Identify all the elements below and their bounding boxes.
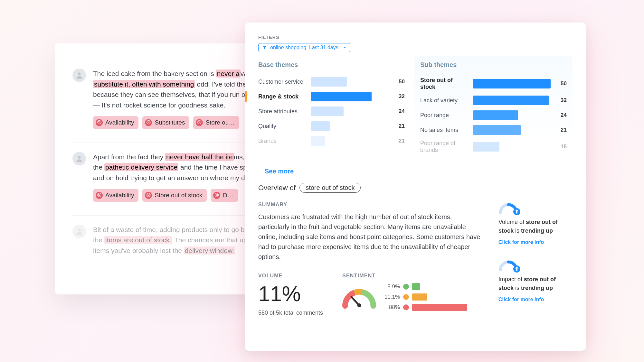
filter-value: online shopping, Last 31 days [270,45,338,51]
theme-bar [311,136,389,146]
theme-row[interactable]: Store attributes24 [258,104,405,119]
arrow-up-icon [513,208,520,215]
theme-value: 15 [555,144,567,150]
see-more-link[interactable]: See more [265,168,573,175]
overview-line: Overview of store out of stock [258,183,573,193]
sentiment-pct: 5.9% [384,283,400,290]
sentiment-row: 11.1% [384,293,467,301]
theme-value: 24 [393,108,405,115]
theme-name: Brands [258,138,307,144]
frown-icon: ☹ [145,192,152,199]
frown-icon: ☹ [145,119,152,126]
theme-name: Quality [258,123,307,130]
theme-row[interactable]: Lack of variety32 [420,93,567,108]
theme-bar [311,107,389,116]
trend-text: Impact of store out of stock is trending… [498,275,573,292]
filter-dropdown[interactable]: online shopping, Last 31 days [258,43,350,52]
tag-label: Store ou… [205,118,235,127]
theme-name: Lack of variety [420,97,469,104]
avatar [72,69,86,82]
summary-text: Customers are frustrated with the high n… [258,212,482,262]
avatar [72,225,86,238]
sentiment-bar [412,283,420,290]
trend-block: Impact of store out of stock is trending… [498,259,573,303]
theme-row[interactable]: Store out of stock50 [420,74,567,93]
sentiment-block: SENTIMENT 5.9%11.1%88% [342,273,467,316]
volume-block: VOLUME 11% 580 of 5k total comments [258,273,323,316]
sentiment-row: 88% [384,304,467,311]
analysis-panel: FILTERS online shopping, Last 31 days Ba… [245,23,586,351]
volume-sub: 580 of 5k total comments [258,310,323,316]
theme-name: No sales items [420,127,469,134]
frown-icon: ☹ [96,192,103,199]
overview-prefix: Overview of [258,184,296,192]
theme-value: 21 [555,127,567,133]
active-marker [245,91,247,102]
trend-text: Volume of store out of stock is trending… [498,218,573,235]
sentiment-bar [412,293,427,301]
chevron-down-icon [343,46,347,50]
frown-icon: ☹ [213,192,220,199]
theme-bar [473,96,551,105]
filters-label: FILTERS [258,35,573,40]
sentiment-pct: 88% [384,304,400,311]
sentiment-row: 5.9% [384,283,467,290]
frown-icon: ☹ [96,119,103,126]
theme-row[interactable]: Quality21 [258,119,405,134]
theme-name: Store attributes [258,108,307,115]
theme-row[interactable]: Range & stock32 [258,89,405,104]
theme-value: 50 [555,80,567,87]
sub-themes-title: Sub themes [420,61,567,69]
theme-name: Store out of stock [420,77,469,90]
sentiment-heading: SENTIMENT [342,273,467,279]
theme-bar [473,110,551,120]
volume-heading: VOLUME [258,273,323,279]
theme-row[interactable]: Poor range24 [420,108,567,123]
theme-row[interactable]: Customer service50 [258,74,405,89]
theme-row[interactable]: Brands21 [258,134,405,148]
sentiment-pct: 11.1% [384,294,400,300]
theme-bar [311,121,389,131]
sentiment-emoji-icon [403,304,409,310]
sentiment-tag[interactable]: ☹Availability [93,116,138,129]
theme-bar [473,125,551,135]
theme-bar [473,79,551,88]
arrow-up-icon [513,265,520,273]
trend-gauge-icon [498,259,518,271]
sentiment-tag[interactable]: ☹Store out of stock [142,189,207,201]
tag-label: Store out of stock [155,190,202,200]
theme-value: 50 [393,79,405,85]
trend-gauge-icon [498,202,518,214]
theme-row[interactable]: Poor range of brands15 [420,137,567,156]
sentiment-emoji-icon [403,284,409,290]
filter-icon [262,45,267,50]
trend-more-link[interactable]: Click for more info [498,238,573,246]
sentiment-tag[interactable]: ☹Store ou… [193,116,239,129]
theme-name: Poor range [420,112,469,119]
theme-row[interactable]: No sales items21 [420,123,567,137]
svg-point-2 [78,228,81,231]
base-themes-title: Base themes [258,61,405,69]
theme-name: Range & stock [258,93,307,100]
sentiment-tag[interactable]: ☹Availability [93,189,138,201]
base-themes-column: Base themes Customer service50Range & st… [258,61,405,159]
volume-value: 11% [258,283,323,304]
tag-label: Availability [105,118,134,127]
overview-chip[interactable]: store out of stock [299,183,361,193]
tag-label: Substitutes [155,118,185,127]
theme-value: 24 [555,112,567,118]
trend-block: Volume of store out of stock is trending… [498,202,573,246]
sentiment-tag[interactable]: ☹Substitutes [142,116,189,129]
svg-line-4 [351,297,359,305]
theme-bar [311,77,389,87]
svg-point-0 [78,72,81,75]
theme-name: Customer service [258,79,307,85]
tag-label: Availability [105,190,134,200]
avatar [72,152,86,165]
theme-bar [311,92,389,101]
summary-heading: SUMMARY [258,202,482,208]
theme-value: 21 [393,138,405,144]
trend-more-link[interactable]: Click for more info [498,296,573,303]
theme-name: Poor range of brands [420,140,469,153]
sentiment-tag[interactable]: ☹D… [211,189,238,201]
